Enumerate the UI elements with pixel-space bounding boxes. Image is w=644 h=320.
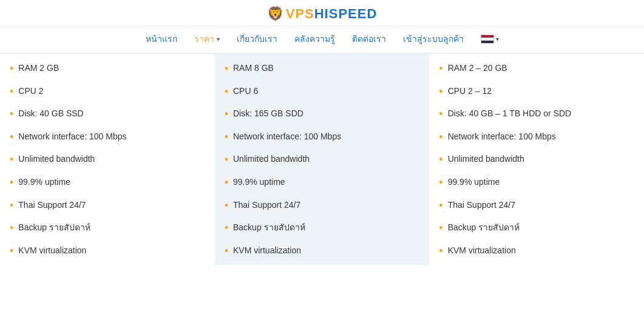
pricing-chevron-icon: ▾	[217, 36, 220, 42]
bullet-icon: •	[10, 245, 13, 256]
pricing-column-1: •RAM 2 GB•CPU 2•Disk: 40 GB SSD•Network …	[0, 54, 215, 265]
feature-text: Disk: 165 GB SDD	[233, 108, 303, 120]
list-item: •Disk: 40 GB SSD	[10, 108, 203, 120]
list-item: •RAM 2 – 20 GB	[439, 62, 632, 75]
feature-text: RAM 8 GB	[233, 62, 274, 75]
logo[interactable]: 🦁 VPSHISPEED	[267, 6, 378, 22]
bullet-icon: •	[225, 108, 228, 119]
pricing-columns: •RAM 2 GB•CPU 2•Disk: 40 GB SSD•Network …	[0, 54, 644, 265]
list-item: •99.9% uptime	[10, 176, 203, 188]
list-item: •Network interface: 100 Mbps	[10, 131, 203, 143]
nav-knowledge[interactable]: คลังความรู้	[294, 32, 335, 45]
feature-text: Disk: 40 GB – 1 TB HDD or SDD	[448, 108, 572, 120]
feature-text: Backup รายสัปดาห์	[448, 222, 520, 234]
pricing-column-3: •RAM 2 – 20 GB•CPU 2 – 12•Disk: 40 GB – …	[429, 54, 644, 265]
list-item: •Backup รายสัปดาห์	[10, 222, 203, 234]
bullet-icon: •	[225, 86, 228, 97]
feature-text: Backup รายสัปดาห์	[18, 222, 90, 234]
list-item: •Unlimited bandwidth	[225, 153, 418, 165]
thailand-flag-icon	[481, 35, 494, 44]
main-nav: หน้าแรก ราคา ▾ เกี่ยวกับเรา คลังความรู้ …	[0, 26, 644, 54]
list-item: •KVM virtualization	[439, 245, 632, 257]
list-item: •Backup รายสัปดาห์	[439, 222, 632, 234]
list-item: •RAM 8 GB	[225, 62, 418, 75]
feature-list-2: •RAM 8 GB•CPU 6•Disk: 165 GB SDD•Network…	[225, 62, 418, 256]
feature-text: KVM virtualization	[18, 245, 86, 257]
bullet-icon: •	[10, 63, 13, 74]
bullet-icon: •	[10, 108, 13, 119]
list-item: •Network interface: 100 Mbps	[225, 131, 418, 143]
language-selector[interactable]: ▾	[481, 35, 499, 44]
list-item: •Unlimited bandwidth	[10, 153, 203, 165]
list-item: •99.9% uptime	[439, 176, 632, 188]
feature-text: 99.9% uptime	[233, 176, 285, 188]
feature-text: 99.9% uptime	[448, 176, 500, 188]
feature-text: Thai Support 24/7	[233, 199, 300, 212]
feature-text: Network interface: 100 Mbps	[448, 131, 556, 143]
bullet-icon: •	[439, 108, 442, 119]
logo-icon: 🦁	[267, 6, 283, 22]
bullet-icon: •	[439, 154, 442, 165]
feature-text: Thai Support 24/7	[448, 199, 515, 212]
site-header: 🦁 VPSHISPEED	[0, 0, 644, 26]
list-item: •Disk: 165 GB SDD	[225, 108, 418, 120]
list-item: •CPU 6	[225, 85, 418, 98]
feature-text: Backup รายสัปดาห์	[233, 222, 305, 234]
feature-text: Unlimited bandwidth	[18, 153, 95, 165]
bullet-icon: •	[10, 177, 13, 188]
bullet-icon: •	[439, 86, 442, 97]
feature-list-1: •RAM 2 GB•CPU 2•Disk: 40 GB SSD•Network …	[10, 62, 203, 256]
bullet-icon: •	[10, 86, 13, 97]
bullet-icon: •	[10, 200, 13, 211]
list-item: •Thai Support 24/7	[225, 199, 418, 212]
bullet-icon: •	[225, 245, 228, 256]
list-item: •Unlimited bandwidth	[439, 153, 632, 165]
nav-contact[interactable]: ติดต่อเรา	[352, 32, 386, 45]
bullet-icon: •	[439, 63, 442, 74]
bullet-icon: •	[225, 200, 228, 211]
bullet-icon: •	[439, 245, 442, 256]
list-item: •Thai Support 24/7	[10, 199, 203, 212]
logo-vps: VPS	[286, 6, 314, 21]
bullet-icon: •	[225, 132, 228, 142]
list-item: •Backup รายสัปดาห์	[225, 222, 418, 234]
feature-text: CPU 6	[233, 85, 258, 98]
feature-text: Thai Support 24/7	[18, 199, 86, 212]
logo-text: VPSHISPEED	[286, 6, 378, 22]
bullet-icon: •	[225, 154, 228, 165]
list-item: •CPU 2 – 12	[439, 85, 632, 98]
nav-login[interactable]: เข้าสู่ระบบลูกค้า	[403, 32, 464, 45]
logo-hispeed: HISPEED	[314, 6, 378, 21]
feature-text: KVM virtualization	[448, 245, 516, 257]
bullet-icon: •	[439, 177, 442, 188]
feature-text: KVM virtualization	[233, 245, 301, 257]
list-item: •CPU 2	[10, 85, 203, 98]
bullet-icon: •	[439, 222, 442, 233]
feature-text: 99.9% uptime	[18, 176, 70, 188]
bullet-icon: •	[10, 132, 13, 142]
list-item: •Network interface: 100 Mbps	[439, 131, 632, 143]
list-item: •KVM virtualization	[10, 245, 203, 257]
nav-pricing[interactable]: ราคา ▾	[194, 32, 220, 45]
list-item: •99.9% uptime	[225, 176, 418, 188]
bullet-icon: •	[10, 222, 13, 233]
feature-text: Disk: 40 GB SSD	[18, 108, 83, 120]
nav-about[interactable]: เกี่ยวกับเรา	[237, 32, 277, 45]
nav-home[interactable]: หน้าแรก	[146, 32, 177, 45]
bullet-icon: •	[225, 63, 228, 74]
feature-text: Unlimited bandwidth	[448, 153, 524, 165]
feature-text: CPU 2 – 12	[448, 85, 492, 98]
feature-text: Network interface: 100 Mbps	[18, 131, 126, 143]
bullet-icon: •	[439, 200, 442, 211]
list-item: •Thai Support 24/7	[439, 199, 632, 212]
list-item: •Disk: 40 GB – 1 TB HDD or SDD	[439, 108, 632, 120]
list-item: •KVM virtualization	[225, 245, 418, 257]
feature-text: Network interface: 100 Mbps	[233, 131, 341, 143]
list-item: •RAM 2 GB	[10, 62, 203, 75]
feature-text: CPU 2	[18, 85, 43, 98]
feature-text: RAM 2 GB	[18, 62, 59, 75]
feature-text: RAM 2 – 20 GB	[448, 62, 507, 75]
bullet-icon: •	[10, 154, 13, 165]
pricing-column-2: •RAM 8 GB•CPU 6•Disk: 165 GB SDD•Network…	[215, 54, 430, 265]
bullet-icon: •	[439, 132, 442, 142]
